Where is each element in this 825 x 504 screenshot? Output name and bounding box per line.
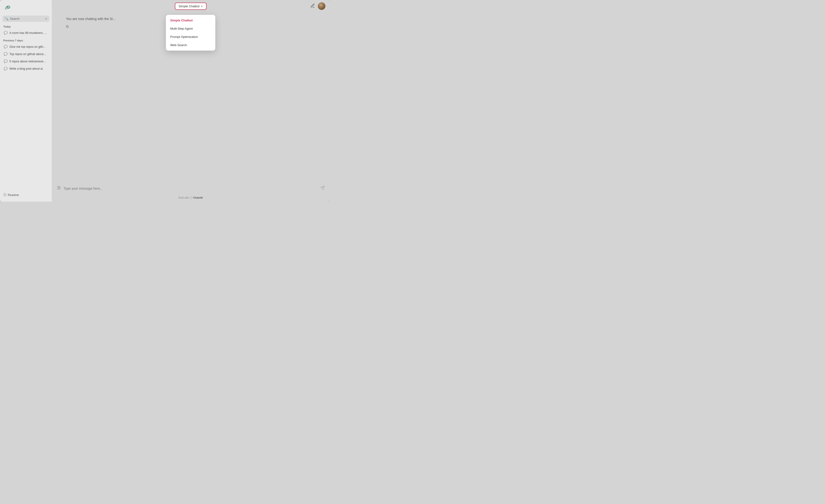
chat-bubble-icon: 💬 xyxy=(4,31,8,34)
chat-title-prev-4: Write a blog post about ai xyxy=(9,67,43,70)
chat-title-prev-2: Top repos on github about... xyxy=(9,53,46,56)
chat-item-prev-4[interactable]: 💬 Write a blog post about ai xyxy=(2,65,50,72)
chat-title-prev-3: 5 repos about vietnamese... xyxy=(9,60,46,63)
logo xyxy=(2,3,50,12)
chat-item-today-1[interactable]: 💬 A room has 99 murderers, ... xyxy=(2,29,50,36)
search-label: Search xyxy=(10,17,44,20)
info-icon: ⓘ xyxy=(3,193,6,197)
avatar xyxy=(318,2,325,10)
dropdown-item-prompt-opt[interactable]: Prompt Optimization xyxy=(166,33,215,41)
send-button[interactable] xyxy=(320,185,325,191)
header-center: Simple Chatbot ∧ Simple Chatbot Multi-St… xyxy=(175,3,207,10)
main-content: Simple Chatbot ∧ Simple Chatbot Multi-St… xyxy=(52,0,329,202)
footer: Built with ⬡ Chainlit xyxy=(52,195,329,202)
compose-button[interactable] xyxy=(310,3,315,9)
chat-title-prev-1: Give me top repos on gith... xyxy=(9,45,46,49)
readme-label: Readme xyxy=(8,193,19,197)
readme-link[interactable]: ⓘ Readme xyxy=(3,193,49,197)
svg-point-3 xyxy=(57,186,58,187)
avatar-image xyxy=(318,2,325,10)
message-input[interactable] xyxy=(64,187,318,190)
chatbot-selector-button[interactable]: Simple Chatbot ∧ xyxy=(175,3,207,10)
search-bar[interactable]: 🔍 Search ≡ xyxy=(2,15,50,22)
filter-icon[interactable]: ≡ xyxy=(45,17,47,20)
chat-item-prev-2[interactable]: 💬 Top repos on github about... xyxy=(2,51,50,58)
chat-bubble-icon-4: 💬 xyxy=(4,60,8,63)
header: Simple Chatbot ∧ Simple Chatbot Multi-St… xyxy=(52,0,329,12)
built-with-text: Built with xyxy=(179,196,189,199)
input-area xyxy=(52,183,329,195)
header-right xyxy=(310,2,325,10)
search-icon: 🔍 xyxy=(5,17,8,20)
sidebar-bottom: ⓘ Readme xyxy=(2,191,50,199)
chainlit-brand: Chainlit xyxy=(193,196,203,199)
input-settings-icon[interactable] xyxy=(57,185,61,191)
svg-point-5 xyxy=(58,188,58,189)
chat-bubble-icon-3: 💬 xyxy=(4,52,8,56)
chat-item-prev-1[interactable]: 💬 Give me top repos on gith... xyxy=(2,43,50,50)
chat-title: A room has 99 murderers, ... xyxy=(9,31,47,34)
chat-item-prev-3[interactable]: 💬 5 repos about vietnamese... xyxy=(2,58,50,65)
dropdown-item-simple-chatbot[interactable]: Simple Chatbot xyxy=(166,16,215,24)
today-section-label: Today xyxy=(2,25,50,28)
chat-bubble-icon-5: 💬 xyxy=(4,67,8,70)
chat-bubble-icon-2: 💬 xyxy=(4,45,8,49)
chevron-up-icon: ∧ xyxy=(201,5,203,8)
chatbot-dropdown: Simple Chatbot Multi-Step Agent Prompt O… xyxy=(166,15,215,51)
dropdown-item-web-search[interactable]: Web Search xyxy=(166,41,215,49)
app-logo-icon xyxy=(4,4,11,11)
dropdown-item-multi-step[interactable]: Multi-Step Agent xyxy=(166,24,215,33)
chainlit-icon: ⬡ xyxy=(190,196,193,199)
chatbot-selector-label: Simple Chatbot xyxy=(179,4,200,8)
sidebar: 🔍 Search ≡ Today 💬 A room has 99 murdere… xyxy=(0,0,52,202)
svg-point-4 xyxy=(59,187,60,188)
previous-section-label: Previous 7 days xyxy=(2,39,50,42)
